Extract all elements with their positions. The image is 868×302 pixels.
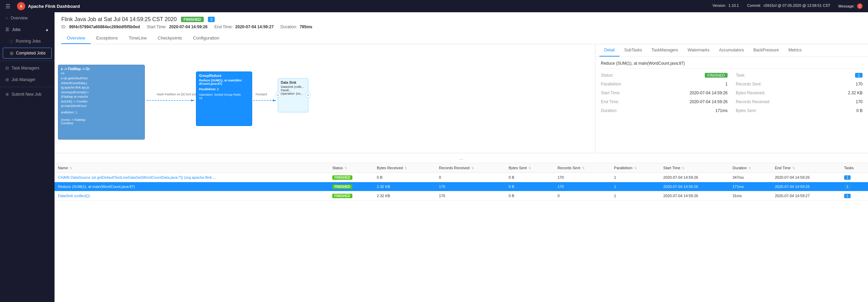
tab-overview[interactable]: Overview — [61, 33, 91, 44]
task-badge: 1 — [844, 175, 851, 180]
cell-parallelism: 1 — [611, 173, 660, 182]
hamburger-icon[interactable]: ☰ — [5, 3, 10, 10]
detail-tab-watermarks[interactable]: Watermarks — [683, 44, 714, 57]
flow-node-datasink[interactable]: Data Sink DataSink (colle... Parall... O… — [278, 78, 308, 112]
detail-panel: Detail SubTasks TaskManagers Watermarks … — [595, 44, 868, 153]
job-manager-icon: ⊞ — [5, 77, 9, 82]
cell-tasks: 1 — [841, 182, 868, 191]
col-bytes-received[interactable]: Bytes Received ⇅ — [374, 163, 436, 173]
cell-end-time: 2020-07-04 14:59:27 — [772, 191, 841, 201]
sidebar-item-submit-new-job[interactable]: ⊕ Submit New Job — [0, 89, 55, 100]
jobs-table: Name ⇅ Status ⇅ Bytes Received ⇅ Records… — [55, 163, 868, 201]
cell-start-time: 2020-07-04 14:59:26 — [660, 191, 729, 201]
node-parallelism-2: Parallelism: 1 — [199, 88, 249, 91]
graph-area[interactable]: Hash Partition on [0] Sort (combining) o… — [55, 44, 595, 153]
cell-duration: 31ms — [729, 191, 772, 201]
job-status-badge: FINISHED — [181, 17, 204, 22]
message-area: Message: 2 — [838, 3, 863, 9]
sidebar-item-overview[interactable]: ○ Overview — [0, 12, 55, 24]
sidebar-item-job-manager[interactable]: ⊞ Job Manager — [0, 74, 55, 85]
cell-bytes-sent: 0 B — [505, 182, 554, 191]
detail-tab-accumulators[interactable]: Accumulators — [714, 44, 749, 57]
col-bytes-sent[interactable]: Bytes Sent ⇅ — [505, 163, 554, 173]
job-start-time: Start Time: 2020-07-04 14:59:26 — [147, 25, 208, 29]
tab-configuration[interactable]: Configuration — [187, 33, 225, 44]
detail-duration-value: 171ms — [715, 108, 728, 113]
detail-grid: Status: FINISHED Task: 1 Parallelism: — [601, 73, 863, 113]
task-badge: 1 — [844, 194, 851, 198]
app-logo: A — [17, 2, 25, 10]
detail-start-time-value: 2020-07-04 14:59:26 — [690, 91, 728, 95]
flow-node-source[interactable]: e -> FlatMap -> Gr ne e (at getDefaultTe… — [58, 65, 145, 140]
col-duration[interactable]: Duration ⇅ — [729, 163, 772, 173]
sidebar-item-completed-jobs[interactable]: ◎ Completed Jobs — [3, 48, 52, 59]
cell-tasks: 1 — [841, 191, 868, 201]
header-meta: Version: 1.10.1 Commit: c5915cf @ 07.05.… — [713, 3, 863, 9]
cell-records-sent: 170 — [554, 182, 611, 191]
sidebar-item-task-managers[interactable]: ⊟ Task Managers — [0, 62, 55, 74]
job-title: Flink Java Job at Sat Jul 04 14:59:25 CS… — [61, 16, 177, 22]
col-parallelism[interactable]: Parallelism ⇅ — [611, 163, 660, 173]
cell-name: Reduce (SUM(1), at main(WordCount.java:8… — [55, 182, 329, 191]
table-row[interactable]: CHAIN DataSource (at getDefaultTextLineD… — [55, 173, 868, 182]
detail-tab-subtasks[interactable]: SubTasks — [620, 44, 647, 57]
job-badge-number: 3 — [208, 17, 215, 22]
job-content: Hash Partition on [0] Sort (combining) o… — [55, 44, 868, 302]
col-records-received[interactable]: Records Received ⇅ — [436, 163, 505, 173]
detail-tab-taskmanagers[interactable]: TaskManagers — [647, 44, 683, 57]
cell-start-time: 2020-07-04 14:59:26 — [660, 173, 729, 182]
tab-timeline[interactable]: TimeLine — [123, 33, 152, 44]
table-row[interactable]: DataSink (collect()) FINISHED 2.32 KB 17… — [55, 191, 868, 201]
status-badge: FINISHED — [332, 175, 352, 180]
cell-name[interactable]: CHAIN DataSource (at getDefaultTextLineD… — [55, 173, 329, 182]
sidebar-item-running-jobs[interactable]: ◌ Running Jobs — [0, 35, 55, 47]
expand-icon[interactable]: > — [305, 92, 311, 98]
cell-start-time: 2020-07-04 14:59:26 — [660, 182, 729, 191]
cell-name[interactable]: DataSink (collect()) — [55, 191, 329, 201]
cell-bytes-received: 2.32 KB — [374, 182, 436, 191]
col-end-time[interactable]: End Time ⇅ — [772, 163, 841, 173]
cell-records-sent: 0 — [554, 191, 611, 201]
jobs-chevron-icon: ▲ — [45, 27, 49, 32]
table-dots: ... — [55, 153, 868, 163]
table-row[interactable]: Reduce (SUM(1), at main(WordCount.java:8… — [55, 182, 868, 191]
detail-duration-row: Duration: 171ms — [601, 108, 728, 113]
jobs-icon: ☰ — [5, 27, 9, 32]
detail-bytes-sent-row: Bytes Sent: 0 B — [736, 108, 863, 113]
flow-node-source-title: e -> FlatMap -> Gr — [61, 67, 142, 71]
detail-status-row: Status: FINISHED — [601, 73, 728, 78]
col-name[interactable]: Name ⇅ — [55, 163, 329, 173]
sidebar-jobs-section[interactable]: ☰ Jobs ▲ — [0, 24, 55, 35]
job-id: ID: 99f4c579947a66884ec269ddf5f5b0ed — [61, 25, 140, 29]
cell-end-time: 2020-07-04 14:59:26 — [772, 173, 841, 182]
cell-parallelism: 1 — [611, 191, 660, 201]
cell-duration: 171ms — [729, 182, 772, 191]
task-managers-icon: ⊟ — [5, 66, 9, 70]
running-jobs-icon: ◌ — [10, 39, 13, 44]
detail-task-row: Task: 1 — [736, 73, 863, 78]
collapse-icon[interactable]: < — [275, 92, 281, 98]
col-records-sent[interactable]: Records Sent ⇅ — [554, 163, 611, 173]
detail-parallelism-value: 1 — [725, 82, 728, 86]
node-parallelism-1: arallelism: 1 — [61, 111, 142, 114]
col-tasks[interactable]: Tasks — [841, 163, 868, 173]
col-status[interactable]: Status ⇅ — [329, 163, 374, 173]
cell-bytes-sent: 0 B — [505, 173, 554, 182]
message-badge[interactable]: 2 — [857, 3, 863, 9]
detail-bytes-sent-value: 0 B — [856, 108, 863, 113]
detail-records-received-row: Records Received: 170 — [736, 99, 863, 104]
table-area: ... Name ⇅ Status ⇅ Bytes Received ⇅ Rec… — [55, 153, 868, 302]
sidebar-divider-1 — [0, 61, 55, 61]
cell-bytes-sent: 0 B — [505, 191, 554, 201]
detail-tab-metrics[interactable]: Metrics — [783, 44, 806, 57]
node-parallelism-3: Parall... — [281, 89, 305, 92]
tab-exceptions[interactable]: Exceptions — [91, 33, 123, 44]
detail-tab-detail[interactable]: Detail — [599, 44, 620, 57]
logo-area: ☰ A Apache Flink Dashboard — [5, 2, 80, 10]
job-duration: Duration: 795ms — [280, 25, 312, 29]
tab-checkpoints[interactable]: Checkpoints — [152, 33, 188, 44]
graph-canvas: Hash Partition on [0] Sort (combining) o… — [55, 44, 595, 153]
col-start-time[interactable]: Start Time ⇅ — [660, 163, 729, 173]
detail-tab-backpressure[interactable]: BackPressure — [749, 44, 784, 57]
flow-node-reduce[interactable]: GroupReduce Reduce (SUM(1), at main(Word… — [196, 71, 252, 126]
